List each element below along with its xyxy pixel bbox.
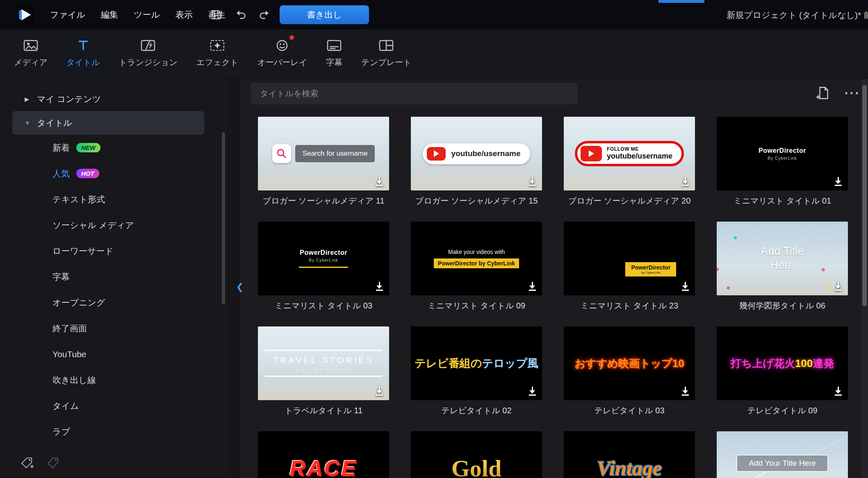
tab-overlay[interactable]: オーバーレイ: [257, 38, 307, 68]
download-icon[interactable]: [373, 385, 385, 397]
sidebar-item-new[interactable]: 新着 NEW: [0, 135, 227, 161]
template-thumbnail[interactable]: Add Title Here: [717, 222, 848, 295]
new-template-icon[interactable]: [816, 86, 831, 102]
sidebar-group-my-content[interactable]: ▶ マイ コンテンツ: [12, 87, 204, 111]
main-scrollbar[interactable]: [861, 79, 868, 478]
sidebar-item-love[interactable]: ラブ: [0, 419, 227, 444]
sidebar-item-callout[interactable]: 吹き出し線: [0, 367, 227, 393]
sidebar-collapse-button[interactable]: ❮: [235, 268, 245, 306]
template-thumbnail[interactable]: Make your videos with PowerDirector by C…: [411, 222, 542, 295]
category-sidebar: ▶ マイ コンテンツ ▼ タイトル 新着 NEW 人気 HOT テキスト形式 ソ…: [0, 79, 227, 478]
template-thumbnail[interactable]: Vintage: [564, 431, 695, 478]
template-thumbnail[interactable]: PowerDirector by CyberLink: [564, 222, 695, 295]
template-card[interactable]: TRAVEL STORIES BE INSPIRED トラベルタイトル 11: [258, 326, 389, 417]
youtube-icon: [581, 146, 602, 161]
sidebar-scrollbar[interactable]: [222, 132, 225, 304]
tab-transition[interactable]: トランジション: [119, 38, 178, 68]
tab-subtitle[interactable]: 字幕: [326, 38, 342, 68]
thumbnail-preview: youtube/username: [411, 117, 542, 190]
tab-title[interactable]: タイトル: [66, 38, 100, 68]
download-icon[interactable]: [832, 280, 844, 292]
template-title: ミニマリスト タイトル 01: [717, 195, 848, 206]
template-thumbnail[interactable]: Add Your Title Here Add Your Text Here: [717, 431, 848, 478]
menu-bar: ファイル 編集 ツール 表示 再生: [50, 9, 226, 20]
template-thumbnail[interactable]: FOLLOW ME youtube/username: [564, 117, 695, 190]
template-card[interactable]: PowerDirector By CyberLink ミニマリスト タイトル 0…: [258, 222, 389, 312]
sidebar-item-social-media[interactable]: ソーシャル メディア: [0, 212, 227, 238]
add-tag-icon[interactable]: [20, 456, 34, 471]
template-card[interactable]: 打ち上げ花火100連発 テレビタイトル 09: [717, 326, 848, 417]
thumbnail-preview: PowerDirector by CyberLink: [625, 262, 676, 276]
template-thumbnail[interactable]: TRAVEL STORIES BE INSPIRED: [258, 326, 389, 400]
youtube-icon: [427, 147, 446, 161]
menu-view[interactable]: 表示: [175, 9, 193, 20]
template-card[interactable]: PowerDirector By CyberLink ミニマリスト タイトル 0…: [717, 117, 848, 207]
menu-tools[interactable]: ツール: [134, 9, 160, 20]
template-card[interactable]: Vintage: [564, 431, 695, 478]
template-card[interactable]: Gold: [411, 431, 542, 478]
download-icon[interactable]: [526, 280, 538, 292]
menu-edit[interactable]: 編集: [101, 9, 118, 20]
template-card[interactable]: Search for username ブロガー ソーシャルメディア 11: [258, 117, 389, 207]
sidebar-item-opening[interactable]: オープニング: [0, 290, 227, 315]
more-options-icon[interactable]: ⋯: [844, 85, 859, 100]
template-card[interactable]: Make your videos with PowerDirector by C…: [411, 222, 542, 312]
template-thumbnail[interactable]: PowerDirector By CyberLink: [717, 117, 848, 190]
sidebar-item-youtube[interactable]: YouTube: [0, 341, 227, 367]
chevron-down-icon: ▼: [25, 120, 37, 126]
template-card[interactable]: youtube/username ブロガー ソーシャルメディア 15: [411, 117, 542, 207]
tab-effect[interactable]: エフェクト: [196, 38, 238, 68]
search-input[interactable]: [251, 83, 577, 104]
download-icon[interactable]: [679, 280, 691, 292]
menu-file[interactable]: ファイル: [50, 9, 85, 20]
template-card[interactable]: テレビ番組のテロップ風 テレビタイトル 02: [411, 326, 542, 417]
template-card[interactable]: PowerDirector by CyberLink ミニマリスト タイトル 2…: [564, 222, 695, 312]
thumbnail-preview: PowerDirector By CyberLink: [717, 117, 848, 190]
template-thumbnail[interactable]: テレビ番組のテロップ風: [411, 326, 542, 400]
download-icon[interactable]: [832, 385, 844, 397]
save-icon[interactable]: [210, 9, 222, 21]
sidebar-group-title[interactable]: ▼ タイトル: [12, 111, 204, 135]
tab-media[interactable]: メディア: [14, 38, 48, 68]
download-icon[interactable]: [832, 175, 844, 188]
template-card[interactable]: Add Your Title Here Add Your Text Here: [717, 431, 848, 478]
tag-icon[interactable]: [46, 456, 61, 471]
tab-template[interactable]: テンプレート: [361, 38, 411, 68]
main-scrollbar-thumb[interactable]: [862, 85, 867, 306]
download-icon[interactable]: [526, 385, 538, 397]
template-thumbnail[interactable]: PowerDirector By CyberLink: [258, 222, 389, 295]
download-icon[interactable]: [679, 175, 691, 188]
redo-icon[interactable]: [258, 9, 271, 21]
effect-icon: [210, 38, 225, 53]
template-thumbnail[interactable]: おすすめ映画トップ10: [564, 326, 695, 400]
sidebar-item-subtitles[interactable]: 字幕: [0, 264, 227, 290]
template-card[interactable]: FOLLOW ME youtube/username ブロガー ソーシャルメディ…: [564, 117, 695, 207]
template-card[interactable]: Add Title Here 幾何学図形タイトル 06: [717, 222, 848, 312]
undo-icon[interactable]: [235, 9, 247, 21]
category-list: ▶ マイ コンテンツ ▼ タイトル 新着 NEW 人気 HOT テキスト形式 ソ…: [0, 79, 227, 444]
template-title: ミニマリスト タイトル 23: [564, 300, 695, 311]
sidebar-item-end-screen[interactable]: 終了画面: [0, 315, 227, 341]
download-icon[interactable]: [526, 175, 538, 188]
template-thumbnail[interactable]: Gold: [411, 431, 542, 478]
export-button[interactable]: 書き出し: [280, 5, 369, 24]
transition-icon: [140, 38, 156, 53]
sidebar-item-lower-thirds[interactable]: ローワーサード: [0, 238, 227, 264]
template-card[interactable]: おすすめ映画トップ10 テレビタイトル 03: [564, 326, 695, 417]
template-thumbnail[interactable]: RACE: [258, 431, 389, 478]
sidebar-item-text-format[interactable]: テキスト形式: [0, 186, 227, 212]
sidebar-item-popular[interactable]: 人気 HOT: [0, 161, 227, 186]
notification-dot: [289, 35, 294, 40]
thumbnail-preview: TRAVEL STORIES BE INSPIRED: [258, 326, 389, 400]
download-icon[interactable]: [373, 175, 385, 188]
template-title: ブロガー ソーシャルメディア 11: [258, 195, 389, 206]
sidebar-item-time[interactable]: タイム: [0, 393, 227, 419]
thumbnail-preview: Add Title Here: [717, 222, 848, 295]
template-thumbnail[interactable]: Search for username: [258, 117, 389, 190]
download-icon[interactable]: [373, 280, 385, 292]
template-card[interactable]: RACE: [258, 431, 389, 478]
download-icon[interactable]: [679, 385, 691, 397]
template-thumbnail[interactable]: 打ち上げ花火100連発: [717, 326, 848, 400]
template-thumbnail[interactable]: youtube/username: [411, 117, 542, 190]
thumbnail-preview: Add Your Title Here Add Your Text Here: [717, 431, 848, 478]
